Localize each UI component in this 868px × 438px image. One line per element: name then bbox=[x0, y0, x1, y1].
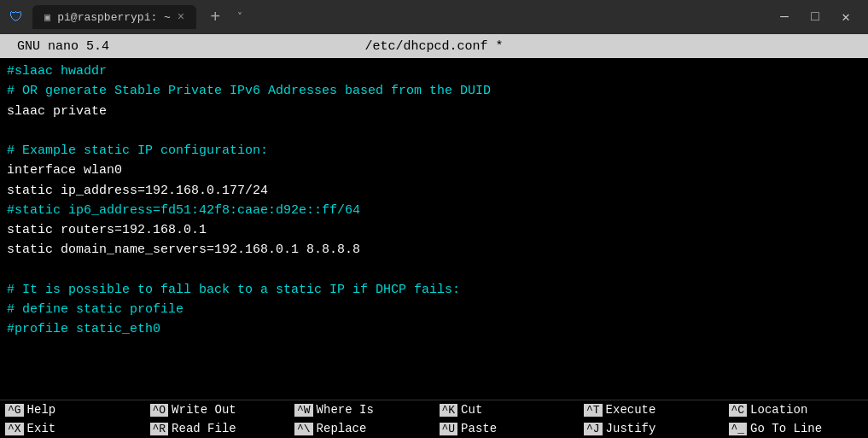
shortcut-label: Replace bbox=[317, 422, 367, 435]
title-bar-left: 🛡 ▣ pi@raspberrypi: ~ × + ˅ bbox=[7, 5, 776, 29]
window-controls: — □ ✕ bbox=[776, 9, 861, 26]
shortcut-item: ^\Replace bbox=[289, 419, 434, 438]
shortcut-item: ^_Go To Line bbox=[724, 419, 869, 438]
nano-header-bar: GNU nano 5.4 /etc/dhcpcd.conf * bbox=[0, 34, 868, 58]
editor-line: # It is possible to fall back to a stati… bbox=[7, 280, 861, 300]
shortcut-item: ^GHelp bbox=[0, 400, 145, 419]
shortcut-label: Justify bbox=[606, 422, 656, 435]
shortcut-item: ^TExecute bbox=[579, 400, 724, 419]
shortcut-label: Cut bbox=[461, 403, 482, 417]
minimize-button[interactable]: — bbox=[776, 9, 793, 25]
shortcut-item: ^JJustify bbox=[579, 419, 724, 438]
shortcut-item: ^OWrite Out bbox=[145, 400, 290, 419]
shortcut-key: ^U bbox=[440, 423, 458, 435]
shortcut-item: ^WWhere Is bbox=[289, 400, 434, 419]
editor-line: # Example static IP configuration: bbox=[7, 141, 861, 161]
shortcut-label: Execute bbox=[606, 403, 656, 417]
shortcut-key: ^K bbox=[440, 404, 458, 417]
shortcut-key: ^G bbox=[5, 404, 24, 417]
nano-footer: ^GHelp^OWrite Out^WWhere Is^KCut^TExecut… bbox=[0, 400, 868, 438]
new-tab-button[interactable]: + bbox=[203, 8, 227, 27]
editor-line: # define static profile bbox=[7, 300, 861, 319]
shortcut-key: ^T bbox=[584, 404, 603, 417]
shortcut-key: ^O bbox=[150, 404, 169, 417]
shortcut-item: ^UPaste bbox=[434, 419, 580, 438]
shortcut-key: ^J bbox=[584, 423, 603, 435]
editor-line: slaac private bbox=[7, 102, 861, 121]
shortcut-key: ^_ bbox=[729, 423, 748, 435]
shortcut-label: Go To Line bbox=[750, 422, 822, 435]
shortcut-label: Where Is bbox=[317, 403, 374, 417]
shortcut-item: ^CLocation bbox=[724, 400, 869, 419]
maximize-button[interactable]: □ bbox=[807, 9, 824, 25]
tab-dropdown-button[interactable]: ˅ bbox=[234, 11, 246, 24]
shortcut-key: ^R bbox=[150, 423, 169, 435]
shortcut-key: ^X bbox=[5, 423, 24, 435]
close-button[interactable]: ✕ bbox=[837, 9, 854, 26]
editor-line: static routers=192.168.0.1 bbox=[7, 220, 861, 240]
shortcut-key: ^\ bbox=[294, 423, 313, 435]
shortcut-label: Paste bbox=[461, 422, 497, 435]
editor-line: # OR generate Stable Private IPv6 Addres… bbox=[7, 81, 861, 101]
shortcut-label: Help bbox=[27, 403, 56, 417]
shortcut-label: Write Out bbox=[172, 403, 236, 417]
tab-label: pi@raspberrypi: ~ bbox=[57, 11, 171, 24]
editor-line: #static ip6_address=fd51:42f8:caae:d92e:… bbox=[7, 201, 861, 220]
shortcut-key: ^W bbox=[294, 404, 313, 417]
editor-line: #slaac hwaddr bbox=[7, 61, 861, 81]
shortcut-item: ^KCut bbox=[434, 400, 580, 419]
editor-line: static domain_name_servers=192.168.0.1 8… bbox=[7, 240, 861, 260]
shortcut-item: ^XExit bbox=[0, 419, 145, 438]
shortcut-label: Location bbox=[750, 403, 807, 417]
nano-version: GNU nano 5.4 bbox=[17, 39, 109, 54]
terminal-icon: ▣ bbox=[44, 11, 50, 24]
editor-line: static ip_address=192.168.0.177/24 bbox=[7, 181, 861, 201]
shield-icon: 🛡 bbox=[7, 8, 26, 26]
editor-line bbox=[7, 260, 861, 280]
shortcut-item: ^RRead File bbox=[145, 419, 290, 438]
title-bar: 🛡 ▣ pi@raspberrypi: ~ × + ˅ — □ ✕ bbox=[0, 0, 868, 34]
shortcut-label: Exit bbox=[27, 422, 56, 435]
tab-close-button[interactable]: × bbox=[178, 10, 184, 24]
shortcut-label: Read File bbox=[172, 422, 236, 435]
shortcut-key: ^C bbox=[729, 404, 748, 417]
terminal-tab[interactable]: ▣ pi@raspberrypi: ~ × bbox=[32, 5, 196, 29]
editor-area[interactable]: #slaac hwaddr# OR generate Stable Privat… bbox=[0, 58, 868, 400]
editor-line bbox=[7, 121, 861, 141]
editor-line: interface wlan0 bbox=[7, 161, 861, 180]
editor-line: #profile static_eth0 bbox=[7, 319, 861, 339]
nano-filename: /etc/dhcpcd.conf * bbox=[364, 39, 503, 54]
